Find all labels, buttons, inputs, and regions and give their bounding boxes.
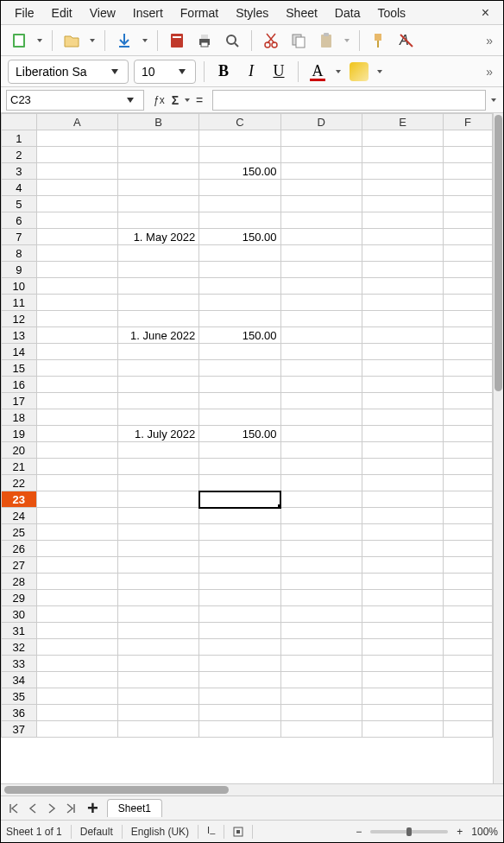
row-header-19[interactable]: 19: [2, 426, 37, 442]
first-sheet-button[interactable]: [6, 801, 22, 816]
cell-A23[interactable]: [36, 491, 117, 508]
cell-F1[interactable]: [444, 130, 493, 147]
row-header-26[interactable]: 26: [2, 541, 37, 557]
row-header-2[interactable]: 2: [2, 147, 37, 163]
cell-F30[interactable]: [444, 606, 493, 623]
cell-A36[interactable]: [36, 705, 117, 721]
cell-F31[interactable]: [444, 623, 493, 639]
print-preview-icon[interactable]: [221, 29, 243, 52]
cell-A1[interactable]: [36, 130, 117, 147]
italic-button[interactable]: I: [240, 60, 262, 83]
cell-D31[interactable]: [280, 623, 362, 639]
cell-B11[interactable]: [117, 295, 198, 311]
cell-C21[interactable]: [199, 459, 280, 475]
cell-D17[interactable]: [280, 393, 362, 409]
cell-F35[interactable]: [444, 688, 493, 705]
cell-F18[interactable]: [444, 409, 493, 426]
cell-C29[interactable]: [199, 590, 280, 606]
sum-dropdown[interactable]: [183, 89, 192, 111]
insert-mode-icon[interactable]: I–: [207, 825, 215, 838]
underline-button[interactable]: U: [268, 60, 290, 83]
cell-D33[interactable]: [280, 656, 362, 672]
cell-F21[interactable]: [444, 459, 493, 475]
cell-A18[interactable]: [36, 409, 117, 426]
cell-C13[interactable]: 150.00: [199, 327, 280, 344]
cell-E30[interactable]: [362, 606, 443, 623]
row-header-21[interactable]: 21: [2, 459, 37, 475]
formula-button[interactable]: =: [193, 89, 205, 111]
sum-button[interactable]: Σ: [169, 89, 181, 111]
cell-A30[interactable]: [36, 606, 117, 623]
cell-B5[interactable]: [117, 196, 198, 212]
cell-C24[interactable]: [199, 508, 280, 524]
cell-D8[interactable]: [280, 245, 362, 262]
cell-D1[interactable]: [280, 130, 362, 147]
status-cell-style[interactable]: Default: [80, 826, 113, 838]
add-sheet-button[interactable]: +: [82, 797, 104, 820]
cell-B34[interactable]: [117, 672, 198, 688]
spreadsheet-grid[interactable]: ABCDEF123150.0045671. May 2022150.008910…: [1, 113, 493, 738]
name-box-dropdown[interactable]: [121, 91, 140, 110]
cell-D10[interactable]: [280, 278, 362, 295]
cell-D25[interactable]: [280, 524, 362, 541]
cell-A9[interactable]: [36, 262, 117, 278]
cell-C4[interactable]: [199, 180, 280, 196]
function-wizard-button[interactable]: ƒx: [151, 89, 167, 111]
cell-A19[interactable]: [36, 426, 117, 442]
cell-C31[interactable]: [199, 623, 280, 639]
cell-B13[interactable]: 1. June 2022: [117, 327, 198, 344]
cell-F29[interactable]: [444, 590, 493, 606]
cell-D28[interactable]: [280, 574, 362, 590]
row-header-14[interactable]: 14: [2, 344, 37, 360]
cell-B6[interactable]: [117, 212, 198, 229]
cell-A28[interactable]: [36, 574, 117, 590]
row-header-10[interactable]: 10: [2, 278, 37, 295]
cell-D4[interactable]: [280, 180, 362, 196]
row-header-30[interactable]: 30: [2, 606, 37, 623]
cell-F6[interactable]: [444, 212, 493, 229]
cell-B17[interactable]: [117, 393, 198, 409]
row-header-11[interactable]: 11: [2, 295, 37, 311]
zoom-percent[interactable]: 100%: [471, 826, 498, 838]
cell-C12[interactable]: [199, 311, 280, 327]
cell-D19[interactable]: [280, 426, 362, 442]
zoom-slider[interactable]: [370, 830, 448, 833]
cell-B28[interactable]: [117, 574, 198, 590]
row-header-28[interactable]: 28: [2, 574, 37, 590]
cell-D9[interactable]: [280, 262, 362, 278]
cell-D24[interactable]: [280, 508, 362, 524]
cell-D27[interactable]: [280, 557, 362, 574]
cell-F23[interactable]: [444, 491, 493, 508]
new-document-icon[interactable]: [8, 29, 30, 52]
cell-B7[interactable]: 1. May 2022: [117, 229, 198, 245]
cell-C33[interactable]: [199, 656, 280, 672]
row-header-8[interactable]: 8: [2, 245, 37, 262]
cell-F10[interactable]: [444, 278, 493, 295]
cell-A6[interactable]: [36, 212, 117, 229]
cell-F37[interactable]: [444, 721, 493, 738]
cell-C35[interactable]: [199, 688, 280, 705]
row-header-13[interactable]: 13: [2, 327, 37, 344]
export-pdf-icon[interactable]: [166, 29, 188, 52]
cell-C15[interactable]: [199, 360, 280, 377]
cell-C7[interactable]: 150.00: [199, 229, 280, 245]
cell-F32[interactable]: [444, 639, 493, 656]
menu-edit[interactable]: Edit: [43, 3, 81, 23]
new-document-dropdown[interactable]: [35, 29, 44, 52]
cell-C9[interactable]: [199, 262, 280, 278]
cell-B16[interactable]: [117, 377, 198, 393]
cut-icon[interactable]: [260, 29, 282, 52]
cell-F19[interactable]: [444, 426, 493, 442]
print-icon[interactable]: [193, 29, 216, 52]
row-header-16[interactable]: 16: [2, 377, 37, 393]
cell-E34[interactable]: [362, 672, 443, 688]
sheet-tab-1[interactable]: Sheet1: [107, 799, 162, 817]
cell-B2[interactable]: [117, 147, 198, 163]
cell-D35[interactable]: [280, 688, 362, 705]
cell-C10[interactable]: [199, 278, 280, 295]
row-header-33[interactable]: 33: [2, 656, 37, 672]
row-header-32[interactable]: 32: [2, 639, 37, 656]
save-document-icon[interactable]: [113, 29, 135, 52]
row-header-17[interactable]: 17: [2, 393, 37, 409]
cell-E36[interactable]: [362, 705, 443, 721]
